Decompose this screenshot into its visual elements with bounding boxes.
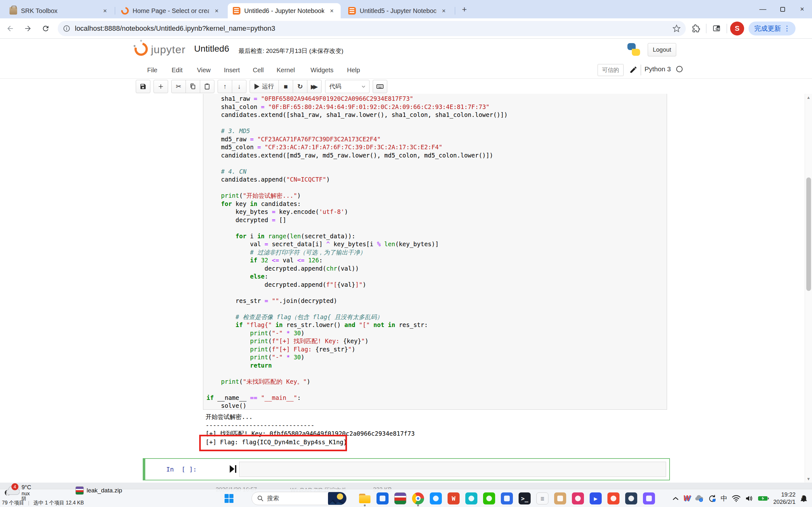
menu-kernel[interactable]: Kernel bbox=[275, 61, 296, 78]
finish-update-button[interactable]: 完成更新 ⋮ bbox=[749, 21, 796, 36]
menu-edit[interactable]: Edit bbox=[170, 61, 184, 78]
menu-widgets[interactable]: Widgets bbox=[309, 61, 335, 78]
menu-insert[interactable]: Insert bbox=[223, 61, 241, 78]
extensions-button[interactable] bbox=[689, 21, 703, 36]
scrollbar-thumb[interactable] bbox=[806, 177, 811, 291]
new-tab-button[interactable]: + bbox=[459, 4, 469, 14]
search-daily-image[interactable] bbox=[328, 492, 346, 505]
do-not-disturb-z: z bbox=[801, 495, 803, 499]
volume-button[interactable] bbox=[743, 492, 756, 505]
floppy-icon bbox=[140, 83, 147, 90]
scroll-down-icon[interactable]: ▼ bbox=[806, 476, 811, 481]
blue-app-button[interactable] bbox=[498, 490, 516, 507]
menu-cell[interactable]: Cell bbox=[252, 61, 265, 78]
run-button[interactable]: 运行 bbox=[250, 80, 279, 93]
scroll-up-icon[interactable]: ▲ bbox=[806, 95, 811, 100]
tray-overflow-button[interactable] bbox=[670, 492, 681, 505]
logout-button[interactable]: Logout bbox=[648, 43, 676, 56]
sync-tray-button[interactable] bbox=[706, 492, 718, 505]
notebook-title[interactable]: Untitled6 bbox=[194, 44, 229, 54]
bottom-strip: 2026/1/30 16:57 WinRAR ZIP 压缩文件 222 KB 4… bbox=[0, 483, 812, 507]
wifi-button[interactable] bbox=[729, 492, 743, 505]
plus-icon bbox=[158, 83, 164, 90]
ime-indicator[interactable]: 中 bbox=[718, 492, 729, 505]
reload-button[interactable] bbox=[38, 21, 53, 36]
selected-empty-cell[interactable]: In [ ]: bbox=[143, 458, 670, 481]
empty-cell-editor[interactable] bbox=[239, 462, 666, 477]
menu-file[interactable]: File bbox=[146, 61, 159, 78]
edit-mode-pencil-icon bbox=[629, 66, 638, 75]
page-scrollbar[interactable]: ▲ ▼ bbox=[805, 94, 812, 483]
menu-view[interactable]: View bbox=[196, 61, 212, 78]
address-bar[interactable]: localhost:8888/notebooks/Untitled6.ipynb… bbox=[58, 21, 686, 36]
game-app-button[interactable] bbox=[622, 490, 640, 507]
music-app-button[interactable] bbox=[569, 490, 587, 507]
wifi-icon bbox=[732, 495, 741, 502]
teal-app-button[interactable] bbox=[462, 490, 480, 507]
move-cell-down-button[interactable]: ↓ bbox=[232, 80, 247, 93]
back-button[interactable] bbox=[3, 21, 18, 36]
taskbar-clock[interactable]: 19:22 2026/2/1 bbox=[773, 491, 796, 505]
restart-run-all-button[interactable]: ▶▶ bbox=[307, 80, 322, 93]
tab-untitled5[interactable]: Untitled5 - Jupyter Notebook × bbox=[343, 3, 453, 18]
meeting-app-button[interactable] bbox=[427, 490, 445, 507]
scissors-icon: ✂ bbox=[176, 83, 182, 90]
forward-button[interactable] bbox=[20, 21, 36, 36]
microsoft-store-button[interactable] bbox=[374, 490, 392, 507]
ide-app-button[interactable] bbox=[640, 490, 658, 507]
start-button[interactable] bbox=[222, 492, 236, 505]
tab-close-icon[interactable]: × bbox=[327, 6, 336, 15]
window-close-button[interactable]: × bbox=[792, 0, 812, 18]
add-cell-button[interactable] bbox=[154, 80, 168, 93]
run-cell-icon[interactable] bbox=[230, 465, 237, 474]
cloud-tray-button[interactable]: i bbox=[693, 492, 706, 505]
tab-untitled6[interactable]: Untitled6 - Jupyter Notebook × bbox=[228, 3, 341, 18]
command-palette-button[interactable] bbox=[373, 80, 387, 93]
window-maximize-button[interactable] bbox=[773, 0, 792, 18]
tab-close-icon[interactable]: × bbox=[212, 6, 221, 15]
code-editor[interactable]: sha1_raw = "0FBF65802A94649F01920C2A0966… bbox=[203, 94, 667, 410]
trusted-button[interactable]: 可信的 bbox=[598, 64, 623, 76]
wps-tray-button[interactable]: W bbox=[681, 492, 693, 505]
winrar-button[interactable] bbox=[392, 490, 409, 507]
interrupt-kernel-button[interactable]: ■ bbox=[278, 80, 293, 93]
window-minimize-button[interactable]: — bbox=[753, 0, 773, 18]
url-text[interactable]: localhost:8888/notebooks/Untitled6.ipynb… bbox=[75, 24, 672, 33]
player-app-button[interactable]: ▶ bbox=[587, 490, 605, 507]
move-cell-up-button[interactable]: ↑ bbox=[217, 80, 232, 93]
save-button[interactable] bbox=[136, 80, 150, 93]
file-explorer-button[interactable] bbox=[356, 490, 374, 507]
security-app-button[interactable] bbox=[605, 490, 622, 507]
tab-srk-toolbox[interactable]: SRK Toolbox × bbox=[4, 3, 114, 18]
restart-kernel-button[interactable]: ↻ bbox=[293, 80, 307, 93]
system-tray: W i 中 19:22 2026/2/ bbox=[670, 490, 810, 507]
code-cell-input[interactable]: sha1_raw = "0FBF65802A94649F01920C2A0966… bbox=[203, 94, 667, 410]
notebook-book-icon bbox=[233, 7, 241, 14]
copy-cell-button[interactable] bbox=[186, 80, 200, 93]
site-info-icon[interactable] bbox=[63, 25, 70, 32]
tab-close-icon[interactable]: × bbox=[101, 6, 109, 15]
browser-menu-icon[interactable]: ⋮ bbox=[781, 24, 793, 33]
jupyter-logo[interactable]: jupyter bbox=[135, 43, 186, 56]
paste-cell-button[interactable] bbox=[200, 80, 214, 93]
input-prompt: In [ ]: bbox=[166, 465, 197, 473]
tab-home-page[interactable]: Home Page - Select or create × bbox=[116, 3, 225, 18]
wechat-button[interactable] bbox=[480, 490, 498, 507]
tab-close-icon[interactable]: × bbox=[439, 6, 448, 15]
chrome-button[interactable] bbox=[409, 490, 427, 507]
notification-bell-button[interactable]: z bbox=[798, 492, 810, 505]
browser-tabstrip: SRK Toolbox × Home Page - Select or crea… bbox=[0, 0, 812, 18]
menu-help[interactable]: Help bbox=[346, 61, 361, 78]
cut-cell-button[interactable]: ✂ bbox=[171, 80, 186, 93]
cell-type-select[interactable]: 代码 bbox=[325, 80, 369, 93]
taskbar-search-box[interactable]: 搜索 bbox=[252, 492, 347, 505]
battery-button[interactable] bbox=[756, 492, 771, 505]
wps-office-button[interactable]: W bbox=[445, 490, 462, 507]
notepad-button[interactable]: ≡ bbox=[534, 490, 551, 507]
profile-avatar[interactable]: S bbox=[730, 21, 744, 36]
toolbar-divider bbox=[727, 24, 727, 33]
notes-app-button[interactable] bbox=[551, 490, 569, 507]
sidebar-search-button[interactable] bbox=[710, 21, 723, 36]
terminal-button[interactable]: >_ bbox=[516, 490, 534, 507]
bookmark-star-icon[interactable] bbox=[672, 24, 681, 33]
